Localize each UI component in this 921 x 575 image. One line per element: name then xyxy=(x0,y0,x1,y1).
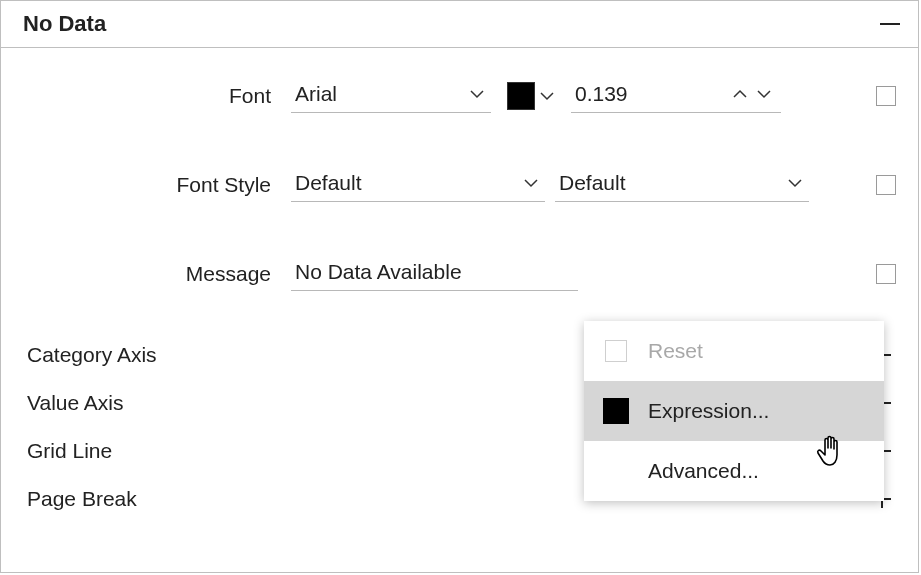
message-label: Message xyxy=(23,262,291,286)
menu-label: Advanced... xyxy=(648,459,759,483)
font-fields: Arial 0.139 xyxy=(291,78,896,113)
message-input[interactable]: No Data Available xyxy=(291,256,578,291)
font-style-select-2[interactable]: Default xyxy=(555,167,809,202)
chevron-down-icon xyxy=(469,86,485,102)
message-value: No Data Available xyxy=(295,260,462,283)
expression-icon xyxy=(602,397,630,425)
chevron-down-icon xyxy=(523,175,539,191)
section-label: Value Axis xyxy=(27,391,124,415)
font-style-row: Font Style Default Default xyxy=(23,167,896,202)
section-label: Category Axis xyxy=(27,343,157,367)
panel-title: No Data xyxy=(23,11,106,37)
message-checkbox[interactable] xyxy=(876,264,896,284)
font-style-value-1: Default xyxy=(295,171,523,195)
font-label: Font xyxy=(23,84,291,108)
menu-item-advanced[interactable]: Advanced... xyxy=(584,441,884,501)
menu-label: Expression... xyxy=(648,399,769,423)
chevron-down-icon[interactable] xyxy=(756,87,772,101)
font-style-checkbox[interactable] xyxy=(876,175,896,195)
collapse-icon[interactable] xyxy=(880,23,900,25)
chevron-down-icon xyxy=(787,175,803,191)
reset-icon xyxy=(602,337,630,365)
font-style-value-2: Default xyxy=(559,171,787,195)
context-menu: Reset Expression... Advanced... xyxy=(584,321,884,501)
font-size-value: 0.139 xyxy=(575,82,727,106)
font-style-label: Font Style xyxy=(23,173,291,197)
properties-panel: No Data Font Arial xyxy=(0,0,919,573)
font-checkbox[interactable] xyxy=(876,86,896,106)
font-size-input[interactable]: 0.139 xyxy=(571,78,781,113)
chevron-down-icon xyxy=(539,88,555,104)
color-swatch-icon xyxy=(507,82,535,110)
font-color-picker[interactable] xyxy=(501,82,555,110)
section-label: Page Break xyxy=(27,487,137,511)
font-family-value: Arial xyxy=(295,82,469,106)
font-family-select[interactable]: Arial xyxy=(291,78,491,113)
font-style-fields: Default Default xyxy=(291,167,896,202)
section-label: Grid Line xyxy=(27,439,112,463)
menu-item-reset: Reset xyxy=(584,321,884,381)
menu-item-expression[interactable]: Expression... xyxy=(584,381,884,441)
message-row: Message No Data Available xyxy=(23,256,896,291)
font-size-stepper xyxy=(727,87,777,101)
message-fields: No Data Available xyxy=(291,256,896,291)
chevron-up-icon[interactable] xyxy=(732,87,748,101)
menu-label: Reset xyxy=(648,339,703,363)
advanced-icon xyxy=(602,457,630,485)
font-row: Font Arial 0.139 xyxy=(23,78,896,113)
panel-header: No Data xyxy=(1,1,918,48)
font-style-select-1[interactable]: Default xyxy=(291,167,545,202)
